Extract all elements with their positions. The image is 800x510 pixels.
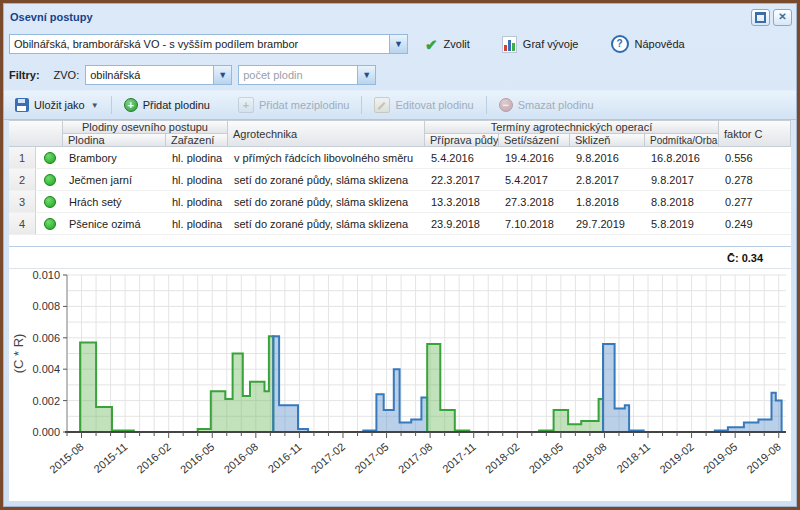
cr-factor-chart: 0.0000.0020.0040.0060.0080.0102015-08201…	[9, 269, 791, 501]
svg-text:0.008: 0.008	[32, 300, 60, 312]
edit-icon	[374, 97, 390, 113]
check-icon: ✔	[425, 37, 438, 52]
row-number: 4	[9, 213, 36, 235]
row-number: 1	[9, 147, 36, 169]
tillage-date: 8.8.2018	[645, 191, 719, 213]
table-row[interactable]: 4Pšenice ozimáhl. plodinasetí do zorané …	[9, 213, 791, 235]
green-status-icon	[44, 174, 56, 186]
svg-text:2017-08: 2017-08	[396, 440, 435, 475]
zvo-label: ZVO:	[54, 69, 80, 81]
agrotechnika-value: setí do zorané půdy, sláma sklizena	[228, 213, 425, 235]
crop-status-icon	[36, 191, 63, 213]
svg-text:2015-11: 2015-11	[91, 440, 129, 475]
header-plodina[interactable]: Plodina	[63, 134, 166, 147]
svg-text:2017-02: 2017-02	[309, 440, 348, 475]
header-zarazeni[interactable]: Zařazení	[166, 134, 228, 147]
svg-text:2019-05: 2019-05	[701, 440, 740, 475]
svg-text:0.002: 0.002	[32, 395, 60, 407]
crop-role: hl. plodina	[166, 213, 228, 235]
pridat-plodinu-button[interactable]: + Přidat plodinu	[118, 95, 216, 115]
napoveda-button[interactable]: ? Nápověda	[604, 32, 692, 56]
toolbar-separator	[361, 96, 362, 114]
green-status-icon	[44, 152, 56, 164]
restore-button[interactable]	[751, 9, 770, 26]
close-button[interactable]: ✕	[773, 9, 792, 26]
rotation-combobox-value: Obilnářská, bramborářská VO - s vyšším p…	[10, 35, 389, 53]
svg-text:2016-02: 2016-02	[134, 440, 173, 475]
add-icon: +	[124, 98, 138, 112]
header-terminy-group[interactable]: Termíny agrotechnických operací	[425, 121, 719, 134]
header-podmitka-orba[interactable]: Podmítka/Orba	[645, 134, 719, 147]
table-header: Plodiny osevního postupu Agrotechnika Te…	[9, 120, 791, 147]
pridat-meziplodinu-label: Přidat meziplodinu	[259, 99, 350, 111]
title-bar[interactable]: Osevní postupy ✕	[4, 4, 796, 28]
crop-table: Plodiny osevního postupu Agrotechnika Te…	[9, 120, 791, 269]
graf-vyvoje-button[interactable]: Graf vývoje	[495, 33, 586, 56]
table-row[interactable]: 1Bramboryhl. plodinav přímých řádcích li…	[9, 147, 791, 169]
svg-text:2018-08: 2018-08	[570, 440, 609, 475]
average-c-factor: C̄: 0.34	[727, 252, 763, 264]
table-row[interactable]: 3Hrách setýhl. plodinasetí do zorané půd…	[9, 191, 791, 213]
crop-role: hl. plodina	[166, 147, 228, 169]
tillage-date: 5.8.2019	[645, 213, 719, 235]
chevron-down-icon[interactable]: ▼	[357, 66, 375, 84]
row-number: 3	[9, 191, 36, 213]
pridat-plodinu-label: Přidat plodinu	[143, 99, 210, 111]
svg-text:2017-11: 2017-11	[440, 440, 478, 475]
header-seti-sazeni[interactable]: Setí/sázení	[499, 134, 570, 147]
crop-name: Pšenice ozimá	[63, 213, 166, 235]
ulozit-jako-button[interactable]: Uložit jako ▼	[9, 95, 105, 115]
sowing-date: 27.3.2018	[499, 191, 570, 213]
chevron-down-icon[interactable]: ▼	[389, 35, 407, 53]
svg-text:2019-02: 2019-02	[657, 440, 696, 475]
plodiny-count-combobox[interactable]: počet plodin ▼	[238, 65, 376, 85]
agrotechnika-value: setí do zorané půdy, sláma sklizena	[228, 191, 425, 213]
zvolit-button[interactable]: ✔ Zvolit	[418, 34, 477, 55]
header-sklizen[interactable]: Sklizeň	[570, 134, 645, 147]
tillage-date: 9.8.2017	[645, 169, 719, 191]
svg-text:(C * R): (C * R)	[11, 334, 26, 374]
smazat-plodinu-button[interactable]: − Smazat plodinu	[493, 95, 600, 115]
header-agrotechnika[interactable]: Agrotechnika	[228, 121, 425, 147]
sowing-date: 19.4.2016	[499, 147, 570, 169]
factor-c-value: 0.556	[719, 147, 791, 169]
editovat-plodinu-button[interactable]: Editovat plodinu	[368, 94, 479, 116]
restore-icon	[755, 12, 766, 23]
harvest-date: 1.8.2018	[570, 191, 645, 213]
filter-row: Filtry: ZVO: obilnářská ▼ počet plodin ▼	[4, 60, 796, 90]
crop-role: hl. plodina	[166, 169, 228, 191]
window-title: Osevní postupy	[10, 11, 93, 23]
svg-text:0.010: 0.010	[32, 269, 60, 281]
svg-text:2015-08: 2015-08	[47, 440, 86, 475]
agrotechnika-value: setí do zorané půdy, sláma sklizena	[228, 169, 425, 191]
crop-toolbar: Uložit jako ▼ + Přidat plodinu + Přidat …	[4, 90, 796, 120]
graf-vyvoje-label: Graf vývoje	[523, 38, 579, 50]
factor-c-value: 0.278	[719, 169, 791, 191]
header-faktor-c[interactable]: faktor C	[719, 121, 791, 147]
rotation-selector-row: Obilnářská, bramborářská VO - s vyšším p…	[4, 28, 796, 60]
soil-prep-date: 23.9.2018	[425, 213, 499, 235]
soil-prep-date: 5.4.2016	[425, 147, 499, 169]
editovat-plodinu-label: Editovat plodinu	[395, 99, 473, 111]
table-row[interactable]: 2Ječmen jarníhl. plodinasetí do zorané p…	[9, 169, 791, 191]
zvo-combobox[interactable]: obilnářská ▼	[85, 65, 232, 85]
green-status-icon	[44, 196, 56, 208]
svg-text:0.000: 0.000	[32, 426, 60, 438]
sowing-date: 7.10.2018	[499, 213, 570, 235]
header-priprava-pudy[interactable]: Příprava půdy	[425, 134, 499, 147]
crop-name: Ječmen jarní	[63, 169, 166, 191]
zvolit-label: Zvolit	[444, 38, 470, 50]
napoveda-label: Nápověda	[635, 38, 685, 50]
crop-name: Hrách setý	[63, 191, 166, 213]
rotation-combobox[interactable]: Obilnářská, bramborářská VO - s vyšším p…	[9, 34, 408, 54]
close-icon: ✕	[778, 12, 786, 22]
soil-prep-date: 13.3.2018	[425, 191, 499, 213]
header-plodiny-group[interactable]: Plodiny osevního postupu	[63, 121, 228, 134]
crop-status-icon	[36, 213, 63, 235]
chevron-down-icon[interactable]: ▼	[213, 66, 231, 84]
osevni-postupy-window: Osevní postupy ✕ Obilnářská, bramborářsk…	[3, 3, 797, 507]
pridat-meziplodinu-button[interactable]: + Přidat meziplodinu	[232, 94, 356, 116]
svg-text:0.006: 0.006	[32, 332, 60, 344]
factor-c-value: 0.249	[719, 213, 791, 235]
sowing-date: 5.4.2017	[499, 169, 570, 191]
